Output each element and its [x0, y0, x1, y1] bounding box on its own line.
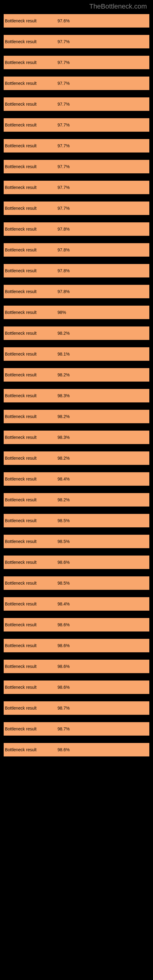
bar-value: 97.6%: [55, 18, 70, 23]
table-row: Bottleneck result97.7%: [0, 202, 153, 215]
bar-value: 98.2%: [55, 331, 70, 336]
bar-container: 98.5%: [55, 576, 149, 590]
row-label: Bottleneck result: [4, 97, 55, 111]
row-label: Bottleneck result: [4, 202, 55, 215]
bar-container: 98.4%: [55, 472, 149, 486]
row-inner: Bottleneck result97.7%: [4, 35, 149, 48]
bar-container: 98.5%: [55, 514, 149, 527]
bar-value: 98.1%: [55, 352, 70, 356]
table-row: Bottleneck result98.6%: [0, 639, 153, 652]
row-label: Bottleneck result: [4, 660, 55, 673]
table-row: Bottleneck result98.1%: [0, 347, 153, 361]
table-row: Bottleneck result97.7%: [0, 160, 153, 173]
row-label: Bottleneck result: [4, 639, 55, 652]
bar-value: 97.8%: [55, 227, 70, 232]
row-label: Bottleneck result: [4, 389, 55, 402]
row-inner: Bottleneck result98.2%: [4, 326, 149, 340]
bar-value: 98.7%: [55, 706, 70, 711]
row-label: Bottleneck result: [4, 160, 55, 173]
bar-value: 98.4%: [55, 477, 70, 481]
row-inner: Bottleneck result98.5%: [4, 576, 149, 590]
table-row: Bottleneck result97.7%: [0, 56, 153, 69]
row-label: Bottleneck result: [4, 326, 55, 340]
row-label: Bottleneck result: [4, 56, 55, 69]
bar-container: 98.7%: [55, 701, 149, 715]
bar-value: 97.7%: [55, 39, 70, 44]
bar-value: 98.5%: [55, 518, 70, 523]
bar-value: 98%: [55, 310, 66, 315]
bar-value: 98.3%: [55, 393, 70, 398]
bar-value: 97.7%: [55, 102, 70, 107]
bar-value: 97.7%: [55, 206, 70, 211]
table-row: Bottleneck result98.7%: [0, 722, 153, 736]
row-inner: Bottleneck result97.6%: [4, 14, 149, 27]
row-inner: Bottleneck result97.7%: [4, 181, 149, 194]
row-inner: Bottleneck result98.6%: [4, 660, 149, 673]
bar-container: 97.7%: [55, 160, 149, 173]
bar-value: 98.2%: [55, 414, 70, 419]
table-row: Bottleneck result98%: [0, 305, 153, 319]
row-inner: Bottleneck result98.5%: [4, 514, 149, 527]
row-inner: Bottleneck result98.2%: [4, 493, 149, 506]
row-label: Bottleneck result: [4, 410, 55, 423]
row-inner: Bottleneck result98.6%: [4, 555, 149, 569]
bar-container: 98.2%: [55, 452, 149, 465]
table-row: Bottleneck result98.6%: [0, 660, 153, 673]
bar-container: 97.8%: [55, 285, 149, 298]
bar-container: 98.6%: [55, 639, 149, 652]
table-row: Bottleneck result97.8%: [0, 222, 153, 236]
bar-value: 97.8%: [55, 268, 70, 273]
bar-container: 97.7%: [55, 118, 149, 132]
bar-value: 98.2%: [55, 456, 70, 461]
bar-value: 97.7%: [55, 143, 70, 148]
row-inner: Bottleneck result97.7%: [4, 76, 149, 90]
row-label: Bottleneck result: [4, 139, 55, 153]
bar-value: 98.5%: [55, 581, 70, 585]
row-label: Bottleneck result: [4, 181, 55, 194]
row-inner: Bottleneck result98.2%: [4, 452, 149, 465]
row-label: Bottleneck result: [4, 555, 55, 569]
bar-container: 97.7%: [55, 202, 149, 215]
row-label: Bottleneck result: [4, 597, 55, 611]
row-inner: Bottleneck result97.7%: [4, 139, 149, 153]
bar-container: 97.7%: [55, 35, 149, 48]
bar-container: 97.7%: [55, 56, 149, 69]
table-row: Bottleneck result97.7%: [0, 181, 153, 194]
row-inner: Bottleneck result98.4%: [4, 472, 149, 486]
table-row: Bottleneck result97.8%: [0, 264, 153, 277]
bar-container: 98%: [55, 305, 149, 319]
bar-container: 97.7%: [55, 181, 149, 194]
row-label: Bottleneck result: [4, 305, 55, 319]
bar-container: 98.2%: [55, 410, 149, 423]
bar-container: 98.6%: [55, 743, 149, 756]
site-header: TheBottleneck.com: [0, 0, 153, 14]
table-row: Bottleneck result98.2%: [0, 452, 153, 465]
bar-value: 98.6%: [55, 664, 70, 669]
table-row: Bottleneck result98.3%: [0, 389, 153, 402]
bar-container: 98.5%: [55, 535, 149, 548]
row-inner: Bottleneck result98.2%: [4, 368, 149, 382]
row-label: Bottleneck result: [4, 576, 55, 590]
bar-value: 97.7%: [55, 60, 70, 65]
row-inner: Bottleneck result97.8%: [4, 222, 149, 236]
row-label: Bottleneck result: [4, 222, 55, 236]
row-inner: Bottleneck result98.6%: [4, 681, 149, 694]
row-inner: Bottleneck result98.6%: [4, 743, 149, 756]
results-list: Bottleneck result97.6%Bottleneck result9…: [0, 14, 153, 756]
bar-container: 97.7%: [55, 76, 149, 90]
row-inner: Bottleneck result98.4%: [4, 597, 149, 611]
table-row: Bottleneck result97.6%: [0, 14, 153, 27]
row-inner: Bottleneck result97.7%: [4, 202, 149, 215]
row-label: Bottleneck result: [4, 76, 55, 90]
bar-value: 97.8%: [55, 247, 70, 252]
row-label: Bottleneck result: [4, 701, 55, 715]
row-label: Bottleneck result: [4, 472, 55, 486]
bar-value: 98.6%: [55, 685, 70, 690]
bar-value: 98.2%: [55, 372, 70, 377]
table-row: Bottleneck result98.5%: [0, 514, 153, 527]
row-inner: Bottleneck result97.7%: [4, 56, 149, 69]
bar-container: 97.6%: [55, 14, 149, 27]
bar-container: 97.8%: [55, 222, 149, 236]
bar-container: 98.6%: [55, 660, 149, 673]
bar-value: 97.7%: [55, 81, 70, 86]
